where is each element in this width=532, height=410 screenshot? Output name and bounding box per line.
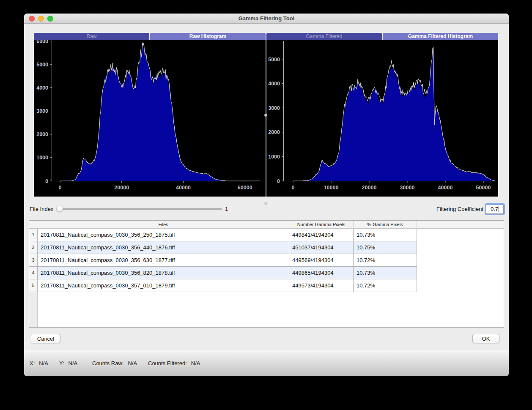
x-tick-label: 30000	[400, 185, 415, 191]
x-tick-label: 0	[292, 185, 295, 191]
row-index[interactable]: 2	[29, 241, 38, 254]
filtering-coefficient-input[interactable]: 0.7	[486, 205, 504, 214]
gamma-pixels-percent[interactable]: 10.72%	[354, 254, 417, 267]
raw-histogram-chart[interactable]: 0200004000060000010002000300040005000600…	[34, 40, 266, 197]
text-cursor	[499, 206, 499, 212]
gamma-pixels-count[interactable]: 449569/4194304	[289, 254, 354, 267]
gamma-pixels-percent[interactable]: 10.73%	[354, 267, 417, 279]
column-header-percent-gamma-pixels: % Gamma Pixels	[354, 221, 417, 229]
traffic-lights	[29, 16, 53, 22]
vertical-splitter-handle[interactable]	[264, 114, 267, 117]
row-filler	[417, 267, 504, 279]
tab-raw-histogram[interactable]: Raw Histogram	[150, 33, 266, 40]
table-row[interactable]: 520170811_Nautical_compass_0030_357_010_…	[29, 279, 504, 292]
status-y: Y:N/A	[59, 360, 77, 366]
histogram-area	[60, 45, 260, 181]
row-filler	[417, 229, 504, 241]
row-filler	[417, 279, 504, 292]
gamma-pixels-count[interactable]: 451037/4194304	[289, 241, 354, 254]
gamma-pixels-percent[interactable]: 10.75%	[354, 241, 417, 254]
table-row[interactable]: 120170811_Nautical_compass_0030_356_250_…	[29, 229, 504, 241]
row-index[interactable]: 4	[29, 267, 38, 279]
x-tick-label: 10000	[324, 185, 339, 191]
tab-raw[interactable]: Raw	[34, 33, 149, 40]
y-tick-label: 0	[45, 178, 48, 184]
y-tick-label: 6000	[36, 40, 48, 44]
filtering-coefficient-value: 0.7	[491, 206, 498, 212]
table-row[interactable]: 320170811_Nautical_compass_0030_356_630_…	[29, 254, 504, 267]
gamma-pixels-count[interactable]: 449841/4194304	[289, 229, 354, 241]
row-index[interactable]: 5	[29, 279, 38, 292]
y-tick-label: 4000	[36, 85, 48, 91]
y-tick-label: 4000	[268, 81, 280, 87]
x-tick-label: 0	[59, 185, 62, 191]
column-header-number-gamma-pixels: Number Gamma Pixels	[289, 221, 354, 229]
y-tick-label: 1000	[268, 154, 280, 160]
horizontal-splitter-handle[interactable]	[264, 202, 267, 205]
right-tab-group: Gamma FilteredGamma Filtered Histogram	[266, 33, 498, 40]
x-tick-label: 60000	[238, 185, 252, 191]
tab-gamma-filtered[interactable]: Gamma Filtered	[266, 33, 382, 40]
file-index-slider[interactable]	[56, 205, 222, 213]
table-row[interactable]: 420170811_Nautical_compass_0030_356_820_…	[29, 267, 504, 279]
title-bar[interactable]: Gamma Filtering Tool	[24, 14, 509, 24]
x-tick-label: 20000	[114, 185, 129, 191]
window-title: Gamma Filtering Tool	[24, 14, 509, 23]
table-row[interactable]: 220170811_Nautical_compass_0030_356_440_…	[29, 241, 504, 254]
status-counts-raw: Counts Raw:N/A	[92, 360, 137, 366]
histogram-area	[293, 51, 495, 181]
cancel-button[interactable]: Cancel	[31, 334, 60, 343]
filtering-coefficient-label: Filtering Coefficient	[392, 206, 483, 212]
file-index-label: File Index	[30, 206, 53, 212]
slider-thumb[interactable]	[56, 205, 63, 212]
close-window-button[interactable]	[29, 16, 35, 22]
status-counts-filtered: Counts Filtered:N/A	[148, 360, 200, 366]
status-bar: X:N/AY:N/ACounts Raw:N/ACounts Filtered:…	[24, 351, 509, 376]
gamma-pixels-percent[interactable]: 10.72%	[354, 279, 417, 292]
row-index[interactable]: 3	[29, 254, 38, 267]
file-index-value: 1	[225, 206, 228, 212]
status-x: X:N/A	[30, 360, 48, 366]
row-filler	[417, 241, 504, 254]
zoom-window-button[interactable]	[47, 16, 53, 22]
slider-track[interactable]	[56, 208, 222, 210]
gamma-filtered-histogram-chart[interactable]: 0100002000030000400005000001000200030004…	[266, 40, 498, 197]
file-name[interactable]: 20170811_Nautical_compass_0030_357_010_1…	[38, 279, 289, 292]
left-tab-group: RawRaw Histogram	[34, 33, 266, 40]
y-tick-label: 5000	[268, 57, 280, 63]
ok-button[interactable]: OK	[472, 334, 499, 343]
y-tick-label: 2000	[268, 129, 280, 135]
file-name[interactable]: 20170811_Nautical_compass_0030_356_250_1…	[38, 229, 289, 241]
table-header: Files Number Gamma Pixels % Gamma Pixels	[29, 221, 504, 229]
y-tick-label: 3000	[36, 108, 48, 114]
y-tick-label: 1000	[36, 155, 48, 161]
file-name[interactable]: 20170811_Nautical_compass_0030_356_820_1…	[38, 267, 289, 279]
y-tick-label: 0	[277, 178, 280, 184]
file-name[interactable]: 20170811_Nautical_compass_0030_356_440_1…	[38, 241, 289, 254]
file-name[interactable]: 20170811_Nautical_compass_0030_356_630_1…	[38, 254, 289, 267]
y-tick-label: 3000	[268, 105, 280, 111]
desktop-background: Gamma Filtering Tool RawRaw Histogram Ga…	[0, 0, 532, 410]
gamma-pixels-count[interactable]: 449865/4194304	[289, 267, 354, 279]
x-tick-label: 40000	[176, 185, 191, 191]
row-index[interactable]: 1	[29, 229, 38, 241]
x-tick-label: 40000	[438, 185, 453, 191]
x-tick-label: 50000	[476, 185, 491, 191]
x-tick-label: 20000	[362, 185, 377, 191]
column-header-files: Files	[38, 221, 289, 229]
table-body: 120170811_Nautical_compass_0030_356_250_…	[29, 229, 504, 292]
gamma-pixels-percent[interactable]: 10.73%	[354, 229, 417, 241]
tab-gamma-filtered-histogram[interactable]: Gamma Filtered Histogram	[383, 33, 498, 40]
files-table: Files Number Gamma Pixels % Gamma Pixels…	[29, 220, 504, 328]
y-tick-label: 2000	[36, 131, 48, 137]
y-tick-label: 5000	[36, 62, 48, 68]
gamma-filtering-tool-window: Gamma Filtering Tool RawRaw Histogram Ga…	[24, 14, 509, 376]
row-filler	[417, 254, 504, 267]
minimize-window-button[interactable]	[38, 16, 44, 22]
gamma-pixels-count[interactable]: 449573/4194304	[289, 279, 354, 292]
